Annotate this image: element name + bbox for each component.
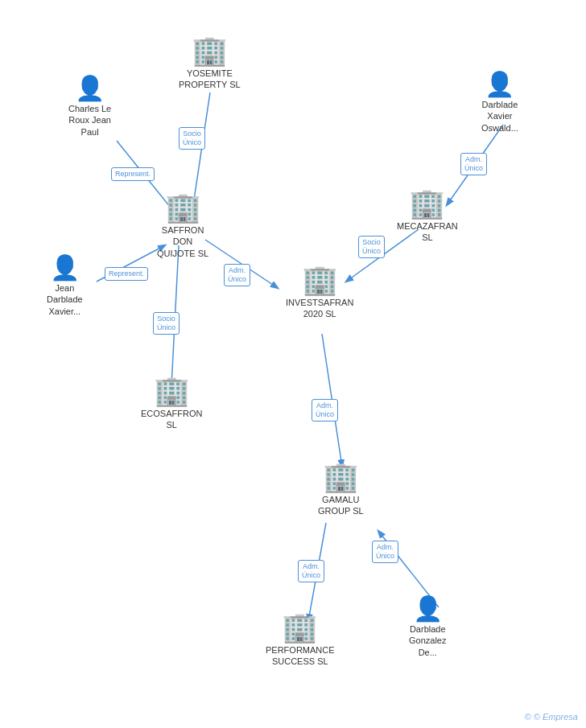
node-charles[interactable]: 👤 Charles Le Roux Jean Paul (68, 76, 111, 138)
badge-socio-unico-1[interactable]: SocioÚnico (179, 127, 205, 150)
building-icon-performance: 🏢 (282, 613, 318, 642)
badge-adm-unico-3[interactable]: Adm.Único (312, 399, 338, 422)
label-saffron-don: SAFFRON DON QUIJOTE SL (157, 224, 208, 259)
label-jean-darblade: Jean Darblade Xavier... (47, 282, 83, 317)
node-saffron-don[interactable]: 🏢 SAFFRON DON QUIJOTE SL (157, 193, 208, 259)
label-ecosaffron: ECOSAFFRON SL (141, 408, 202, 431)
watermark-text: © Empresa (534, 712, 578, 722)
label-performance: PERFORMANCE SUCCESS SL (266, 644, 335, 668)
badge-adm-unico-1[interactable]: Adm.Único (460, 153, 487, 175)
node-ecosaffron[interactable]: 🏢 ECOSAFFRON SL (141, 376, 202, 431)
label-gamalu: GAMALU GROUP SL (318, 494, 364, 517)
building-icon-mecazafran: 🏢 (409, 189, 445, 218)
org-chart: 🏢 YOSEMITE PROPERTY SL 👤 Charles Le Roux… (0, 0, 586, 728)
building-icon-yosemite: 🏢 (192, 36, 228, 65)
person-icon-charles: 👤 (75, 76, 105, 101)
label-yosemite: YOSEMITE PROPERTY SL (179, 68, 241, 91)
label-darblade-xavier: Darblade Xavier Oswald... (481, 99, 518, 134)
badge-represent-2[interactable]: Represent. (105, 267, 148, 281)
label-charles: Charles Le Roux Jean Paul (68, 103, 111, 138)
label-mecazafran: MECAZAFRAN SL (397, 220, 458, 244)
node-jean-darblade[interactable]: 👤 Jean Darblade Xavier... (47, 256, 83, 317)
badge-adm-unico-4[interactable]: Adm.Único (298, 560, 324, 582)
node-darblade-gonzalez[interactable]: 👤 Darblade Gonzalez De... (409, 597, 446, 658)
label-investsafran: INVESTSAFRAN 2020 SL (286, 297, 353, 320)
building-icon-investsafran: 🏢 (302, 265, 338, 294)
node-mecazafran[interactable]: 🏢 MECAZAFRAN SL (397, 189, 458, 244)
building-icon-ecosaffron: 🏢 (154, 376, 190, 405)
node-darblade-xavier[interactable]: 👤 Darblade Xavier Oswald... (481, 72, 518, 134)
badge-socio-unico-3[interactable]: SocioÚnico (153, 312, 180, 335)
node-performance[interactable]: 🏢 PERFORMANCE SUCCESS SL (266, 613, 335, 668)
person-icon-jean-darblade: 👤 (50, 256, 80, 280)
badge-adm-unico-2[interactable]: Adm.Único (224, 264, 250, 286)
building-icon-gamalu: 🏢 (323, 463, 359, 492)
building-icon-saffron-don: 🏢 (165, 193, 201, 222)
node-yosemite[interactable]: 🏢 YOSEMITE PROPERTY SL (179, 36, 241, 91)
person-icon-darblade-xavier: 👤 (485, 72, 514, 97)
node-investsafran[interactable]: 🏢 INVESTSAFRAN 2020 SL (286, 265, 353, 320)
person-icon-darblade-gonzalez: 👤 (413, 597, 443, 621)
badge-socio-unico-2[interactable]: SocioÚnico (358, 236, 385, 258)
node-gamalu[interactable]: 🏢 GAMALU GROUP SL (318, 463, 364, 517)
badge-represent-1[interactable]: Represent. (111, 167, 155, 181)
label-darblade-gonzalez: Darblade Gonzalez De... (409, 623, 446, 658)
badge-adm-unico-5[interactable]: Adm.Único (372, 541, 398, 563)
watermark: © © Empresa (525, 712, 578, 722)
